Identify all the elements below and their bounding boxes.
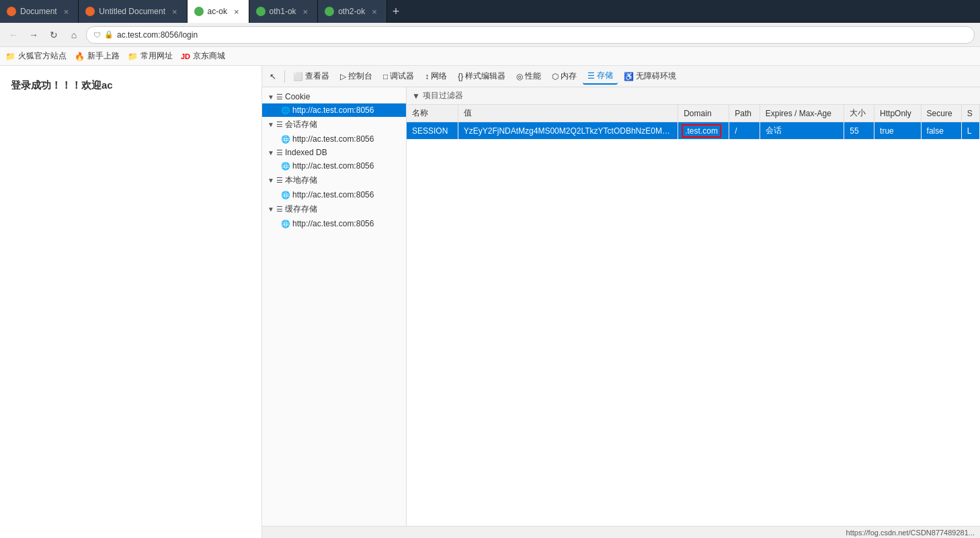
cell-secure: false xyxy=(921,122,961,140)
col-secure[interactable]: Secure xyxy=(921,105,961,122)
dt-style-editor-button[interactable]: {} 样式编辑器 xyxy=(453,69,510,84)
storage-label: 存储 xyxy=(597,70,613,81)
tree-local[interactable]: ▼ ☰ 本地存储 xyxy=(262,173,406,188)
common-bookmark-icon: 📁 xyxy=(128,52,138,61)
idb-ac-label: http://ac.test.com:8056 xyxy=(292,161,374,171)
tab-close-oth1[interactable]: × xyxy=(300,6,311,17)
col-domain[interactable]: Domain xyxy=(678,105,729,122)
console-icon: ▷ xyxy=(340,72,346,81)
dt-debugger-button[interactable]: □ 调试器 xyxy=(378,69,419,84)
home-button[interactable]: ⌂ xyxy=(66,27,82,43)
bookmark-jd[interactable]: JD 京东商城 xyxy=(181,50,225,62)
col-value[interactable]: 值 xyxy=(458,105,678,122)
tab-untitled[interactable]: Untitled Document × xyxy=(79,0,187,23)
tab-close-untitled[interactable]: × xyxy=(169,6,180,17)
fox-icon2 xyxy=(85,7,95,16)
bookmark-label-firefox: 火狐官方站点 xyxy=(18,50,67,62)
tree-idb-ac[interactable]: 🌐 http://ac.test.com:8056 xyxy=(262,159,406,173)
lock-icon: 🔒 xyxy=(104,30,114,39)
session-ac-label: http://ac.test.com:8056 xyxy=(292,134,374,144)
debugger-icon: □ xyxy=(383,72,388,81)
tab-ac-ok[interactable]: ac-ok × xyxy=(188,0,249,23)
dt-performance-button[interactable]: ◎ 性能 xyxy=(512,69,546,84)
tab-label-ac: ac-ok xyxy=(208,7,227,16)
filter-label: 项目过滤器 xyxy=(423,90,463,101)
cell-domain: .test.com xyxy=(678,122,729,140)
bookmark-label-guide: 新手上路 xyxy=(87,50,120,62)
bookmark-label-jd: 京东商城 xyxy=(193,50,225,62)
col-size[interactable]: 大小 xyxy=(844,105,874,122)
dt-cursor-button[interactable]: ↖ xyxy=(265,70,281,83)
tree-cookie[interactable]: ▼ ☰ Cookie xyxy=(262,90,406,103)
storage-table-area: ▼ 项目过滤器 名称 值 Domain Path Expires / Max-A… xyxy=(407,87,980,526)
bookmark-common[interactable]: 📁 常用网址 xyxy=(128,50,173,62)
devtools-toolbar: ↖ ⬜ 查看器 ▷ 控制台 □ 调试器 ↕ 网络 {} 样式编辑器 xyxy=(262,66,980,87)
cursor-icon: ↖ xyxy=(270,72,276,81)
dt-storage-button[interactable]: ☰ 存储 xyxy=(583,68,618,85)
refresh-button[interactable]: ↻ xyxy=(46,27,62,43)
cookie-arrow-icon: ▼ xyxy=(268,93,274,101)
tree-local-ac[interactable]: 🌐 http://ac.test.com:8056 xyxy=(262,188,406,201)
tab-oth2[interactable]: oth2-ok × xyxy=(318,0,387,23)
tab-document[interactable]: Document × xyxy=(0,0,79,23)
tree-cache-ac[interactable]: 🌐 http://ac.test.com:8056 xyxy=(262,217,406,230)
cookie-table: 名称 值 Domain Path Expires / Max-Age 大小 Ht… xyxy=(407,105,980,140)
table-header-row: 名称 值 Domain Path Expires / Max-Age 大小 Ht… xyxy=(407,105,980,122)
session-arrow-icon: ▼ xyxy=(268,121,274,128)
cookie-label: Cookie xyxy=(285,92,310,101)
fox-icon xyxy=(7,7,16,16)
col-httponly[interactable]: HttpOnly xyxy=(874,105,922,122)
dt-inspector-button[interactable]: ⬜ 查看器 xyxy=(288,69,334,84)
tree-session-ac[interactable]: 🌐 http://ac.test.com:8056 xyxy=(262,132,406,146)
cell-path: / xyxy=(729,122,760,140)
tab-label: Document xyxy=(20,7,57,16)
debugger-label: 调试器 xyxy=(390,71,414,82)
bookmark-guide[interactable]: 🔥 新手上路 xyxy=(75,50,120,62)
table-wrap: 名称 值 Domain Path Expires / Max-Age 大小 Ht… xyxy=(407,105,980,526)
forward-button[interactable]: → xyxy=(26,27,42,43)
col-s[interactable]: S xyxy=(961,105,979,122)
tab-close-document[interactable]: × xyxy=(61,6,72,17)
cell-expires: 会话 xyxy=(760,122,844,140)
storage-tree: ▼ ☰ Cookie 🌐 http://ac.test.com:8056 ▼ ☰… xyxy=(262,87,407,526)
tree-cookie-ac[interactable]: 🌐 http://ac.test.com:8056 xyxy=(262,103,406,117)
main-area: 登录成功！！！欢迎ac ↖ ⬜ 查看器 ▷ 控制台 □ 调试器 ↕ 网络 xyxy=(0,66,980,538)
leaf-icon-ac xyxy=(194,7,204,16)
cache-ac-globe-icon: 🌐 xyxy=(281,220,290,228)
tab-close-oth2[interactable]: × xyxy=(369,6,380,17)
tree-indexeddb[interactable]: ▼ ☰ Indexed DB xyxy=(262,146,406,159)
bookmarks-bar: 📁 火狐官方站点 🔥 新手上路 📁 常用网址 JD 京东商城 xyxy=(0,47,980,66)
cell-value: YzEyY2FjNDAtMzg4MS00M2Q2LTkzYTctODBhNzE0… xyxy=(458,122,678,140)
dt-console-button[interactable]: ▷ 控制台 xyxy=(335,69,377,84)
tree-session[interactable]: ▼ ☰ 会话存储 xyxy=(262,117,406,132)
col-path[interactable]: Path xyxy=(729,105,760,122)
shield-icon: 🛡 xyxy=(93,31,101,39)
style-icon: {} xyxy=(458,72,463,81)
table-row[interactable]: SESSION YzEyY2FjNDAtMzg4MS00M2Q2LTkzYTct… xyxy=(407,122,980,140)
tab-label-untitled: Untitled Document xyxy=(99,7,165,16)
tab-oth1[interactable]: oth1-ok × xyxy=(249,0,319,23)
cookie-db-icon: ☰ xyxy=(276,93,283,101)
style-label: 样式编辑器 xyxy=(465,71,505,82)
new-tab-button[interactable]: + xyxy=(387,0,405,23)
tree-cache[interactable]: ▼ ☰ 缓存存储 xyxy=(262,201,406,217)
performance-icon: ◎ xyxy=(516,72,523,81)
memory-label: 内存 xyxy=(561,71,577,82)
cookie-ac-label: http://ac.test.com:8056 xyxy=(292,105,374,115)
devtools-body: ▼ ☰ Cookie 🌐 http://ac.test.com:8056 ▼ ☰… xyxy=(262,87,980,526)
dt-memory-button[interactable]: ⬡ 内存 xyxy=(547,69,581,84)
network-label: 网络 xyxy=(431,71,447,82)
memory-icon: ⬡ xyxy=(552,72,559,81)
idb-ac-globe-icon: 🌐 xyxy=(281,162,290,171)
dt-network-button[interactable]: ↕ 网络 xyxy=(420,69,452,84)
tab-close-ac[interactable]: × xyxy=(231,6,242,17)
address-input-wrap[interactable]: 🛡 🔒 ac.test.com:8056/login xyxy=(86,26,975,44)
col-expires[interactable]: Expires / Max-Age xyxy=(760,105,844,122)
back-button[interactable]: ← xyxy=(5,27,22,43)
cell-size: 55 xyxy=(844,122,874,140)
bookmark-firefox[interactable]: 📁 火狐官方站点 xyxy=(5,50,67,62)
dt-accessibility-button[interactable]: ♿ 无障碍环境 xyxy=(619,69,681,84)
col-name[interactable]: 名称 xyxy=(407,105,458,122)
inspector-label: 查看器 xyxy=(305,71,329,82)
filter-bar[interactable]: ▼ 项目过滤器 xyxy=(407,87,980,105)
